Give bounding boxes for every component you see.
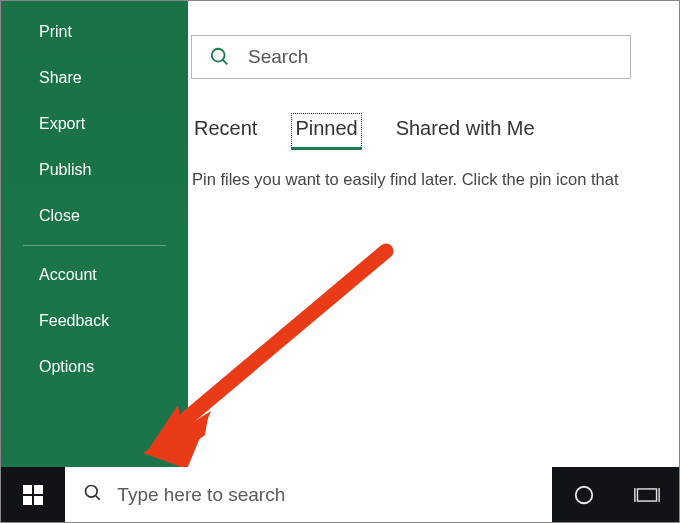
svg-rect-5 xyxy=(23,485,32,494)
windows-taskbar: Type here to search xyxy=(1,467,679,522)
start-button[interactable] xyxy=(1,467,65,522)
sidebar-divider xyxy=(23,245,166,246)
svg-rect-7 xyxy=(23,496,32,505)
search-wrap: Search xyxy=(188,35,679,79)
svg-rect-6 xyxy=(34,485,43,494)
sidebar-item-print[interactable]: Print xyxy=(1,9,188,55)
svg-point-9 xyxy=(86,485,98,497)
search-box[interactable]: Search xyxy=(191,35,631,79)
sidebar-item-publish[interactable]: Publish xyxy=(1,147,188,193)
svg-point-0 xyxy=(212,49,225,62)
open-tabs: Recent Pinned Shared with Me xyxy=(192,115,679,148)
search-icon xyxy=(83,483,103,507)
backstage-content: Search Recent Pinned Shared with Me Pin … xyxy=(188,1,679,468)
task-view-button[interactable] xyxy=(616,467,679,522)
app-area: Print Share Export Publish Close Account… xyxy=(1,1,679,468)
sidebar-group-file: Print Share Export Publish Close xyxy=(1,9,188,239)
search-icon xyxy=(192,46,248,68)
sidebar-item-account[interactable]: Account xyxy=(1,252,188,298)
sidebar-item-close[interactable]: Close xyxy=(1,193,188,239)
cortana-circle-icon xyxy=(573,484,595,506)
pinned-hint-text: Pin files you want to easily find later.… xyxy=(192,170,679,189)
sidebar-item-feedback[interactable]: Feedback xyxy=(1,298,188,344)
windows-logo-icon xyxy=(23,485,43,505)
tab-pinned[interactable]: Pinned xyxy=(293,115,359,148)
sidebar-item-export[interactable]: Export xyxy=(1,101,188,147)
backstage-sidebar: Print Share Export Publish Close Account… xyxy=(1,1,188,468)
sidebar-group-account: Account Feedback Options xyxy=(1,252,188,390)
tab-recent[interactable]: Recent xyxy=(192,115,259,148)
screenshot-frame: Print Share Export Publish Close Account… xyxy=(0,0,680,523)
svg-rect-12 xyxy=(638,488,657,500)
taskbar-search-placeholder: Type here to search xyxy=(117,484,285,506)
tab-shared-with-me[interactable]: Shared with Me xyxy=(394,115,537,148)
svg-rect-8 xyxy=(34,496,43,505)
svg-point-11 xyxy=(576,486,593,503)
search-placeholder: Search xyxy=(248,46,308,68)
sidebar-item-options[interactable]: Options xyxy=(1,344,188,390)
taskbar-search-box[interactable]: Type here to search xyxy=(65,467,552,522)
sidebar-item-share[interactable]: Share xyxy=(1,55,188,101)
cortana-button[interactable] xyxy=(552,467,615,522)
svg-line-10 xyxy=(96,495,100,499)
svg-line-1 xyxy=(223,60,228,65)
task-view-icon xyxy=(634,484,660,506)
